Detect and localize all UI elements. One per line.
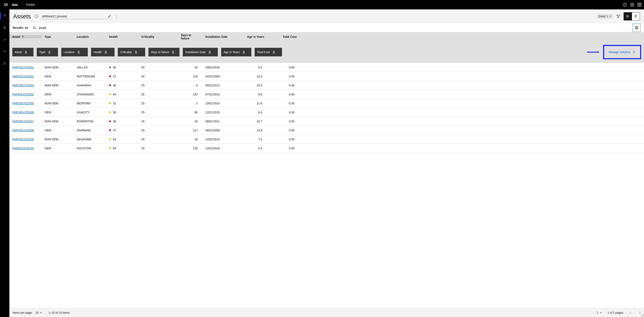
chevron-down-icon <box>600 312 602 313</box>
drag-handle-icon[interactable] <box>243 51 244 54</box>
cell-install: 12/01/2015 <box>202 111 235 114</box>
svg-rect-21 <box>637 26 638 29</box>
cell-location: DALLAS <box>74 66 106 69</box>
column-chip[interactable]: Criticality <box>118 48 145 56</box>
drag-handle-icon[interactable] <box>209 51 210 54</box>
col-header-age[interactable]: Age in Years <box>235 35 267 38</box>
column-chip[interactable]: Installation Date <box>183 48 218 56</box>
col-header-type[interactable]: Type <box>42 35 74 38</box>
asset-link[interactable]: PMPDEVICE009 <box>10 138 42 141</box>
cell-age: 11.6 <box>235 102 267 105</box>
cell-age: 13.2 <box>235 75 267 78</box>
col-header-days[interactable]: Days to failure <box>178 34 202 40</box>
column-chip[interactable]: Health <box>91 48 114 56</box>
map-view-button[interactable] <box>632 12 640 20</box>
column-chip[interactable]: Asset <box>12 48 34 56</box>
column-chip[interactable]: Age in Years <box>221 48 251 56</box>
user-icon[interactable] <box>630 3 634 7</box>
col-header-install[interactable]: Installation Date <box>202 35 235 38</box>
column-chips-row: Asset Type Location Health Criticality D… <box>10 41 644 63</box>
query-input[interactable] <box>42 15 108 18</box>
drag-handle-icon[interactable] <box>78 51 80 54</box>
drag-handle-icon[interactable] <box>48 51 50 54</box>
column-chip[interactable]: Location <box>61 48 88 56</box>
asset-link[interactable]: PMPDEVICE010 <box>10 147 42 150</box>
app-launcher-icon[interactable] <box>638 3 642 7</box>
svg-rect-20 <box>636 26 637 29</box>
cell-health: 39 <box>106 84 138 87</box>
cell-criticality: 25 <box>138 93 178 96</box>
cell-age: 6.4 <box>235 111 267 114</box>
drag-handle-icon[interactable] <box>172 51 174 54</box>
page-select[interactable]: 1 <box>594 308 604 317</box>
cell-criticality: 25 <box>138 129 178 132</box>
asset-link[interactable]: PMPDEVICE005 <box>10 102 42 105</box>
asset-link[interactable]: PMPDEVICE001 <box>10 66 42 69</box>
manage-columns-button[interactable]: Manage columns <box>609 50 636 54</box>
menu-icon[interactable] <box>2 2 10 8</box>
cell-install: 12/01/2014 <box>202 138 235 141</box>
health-dot-icon <box>109 111 111 113</box>
search-input[interactable] <box>39 26 632 30</box>
asset-link[interactable]: PMPDEVICE004 <box>10 93 42 96</box>
svg-point-6 <box>3 40 4 41</box>
left-rail <box>0 10 10 317</box>
edit-icon[interactable] <box>108 14 111 18</box>
cell-cost: 0.00 <box>267 111 299 114</box>
svg-point-23 <box>634 52 634 53</box>
filter-icon[interactable] <box>616 14 620 18</box>
cell-cost: 0.00 <box>267 84 299 87</box>
nav-dashboard[interactable] <box>0 48 10 55</box>
drag-handle-icon[interactable] <box>25 51 27 54</box>
nav-assets[interactable] <box>0 12 10 20</box>
nav-hierarchy[interactable] <box>0 60 10 67</box>
asset-link[interactable]: PMPDEVICE002 <box>10 75 42 78</box>
col-header-asset[interactable]: Asset <box>10 35 42 38</box>
prev-page-button[interactable] <box>626 308 635 317</box>
svg-point-14 <box>626 15 626 16</box>
cell-health: 59 <box>106 111 138 114</box>
cell-days: 117 <box>178 129 202 132</box>
search-icon[interactable] <box>33 26 36 30</box>
per-page-label: Items per page: <box>13 311 32 314</box>
help-icon[interactable]: ? <box>623 3 627 7</box>
assets-table: Asset Type Location Health Criticality D… <box>10 32 644 308</box>
col-header-location[interactable]: Location <box>74 35 106 38</box>
nav-locations[interactable] <box>0 24 10 32</box>
cell-install: 06/01/2008 <box>202 129 235 132</box>
cell-location: GUACITY <box>74 111 106 114</box>
column-settings-button[interactable] <box>632 24 641 32</box>
asset-link[interactable]: PMPDEVICE007 <box>10 120 42 123</box>
info-icon[interactable]: i <box>34 14 38 18</box>
svg-point-10 <box>4 52 5 52</box>
svg-point-3 <box>632 4 633 5</box>
column-chip[interactable]: Type <box>37 48 58 56</box>
drag-handle-icon[interactable] <box>135 51 137 54</box>
resize-handle-icon[interactable] <box>641 314 644 316</box>
cell-type: OEM <box>42 93 74 96</box>
cell-type: OEM <box>42 111 74 114</box>
per-page-select[interactable]: 10 <box>35 311 42 314</box>
cell-days: 80 <box>178 111 202 114</box>
drag-handle-icon[interactable] <box>273 51 275 54</box>
asset-link[interactable]: PMPDEVICE006 <box>10 111 42 114</box>
column-chip[interactable]: Days to failure <box>148 48 180 56</box>
col-header-criticality[interactable]: Criticality <box>138 35 178 38</box>
nav-analytics[interactable] <box>0 36 10 43</box>
column-chip[interactable]: Total Cost <box>254 48 282 56</box>
asset-link[interactable]: PMPDEVICE008 <box>10 129 42 132</box>
close-icon[interactable]: ✕ <box>609 15 611 18</box>
col-header-health[interactable]: Health <box>106 35 138 38</box>
asset-link[interactable]: PMPDEVICE003 <box>10 84 42 87</box>
cell-cost: 0.00 <box>267 147 299 150</box>
col-header-cost[interactable]: Total Cost <box>267 35 299 38</box>
overflow-menu-icon[interactable] <box>115 14 118 19</box>
drag-handle-icon[interactable] <box>105 51 106 54</box>
query-count-badge[interactable]: Query: 1 ✕ <box>596 14 613 18</box>
sort-up-icon <box>22 36 24 38</box>
cell-criticality: 50 <box>138 66 178 69</box>
list-view-button[interactable] <box>624 12 632 20</box>
cell-health: 37 <box>106 75 138 78</box>
cell-install: 03/01/2016 <box>202 66 235 69</box>
table-row: PMPDEVICE002OEMROTTERDAM375012902/01/200… <box>10 72 644 81</box>
